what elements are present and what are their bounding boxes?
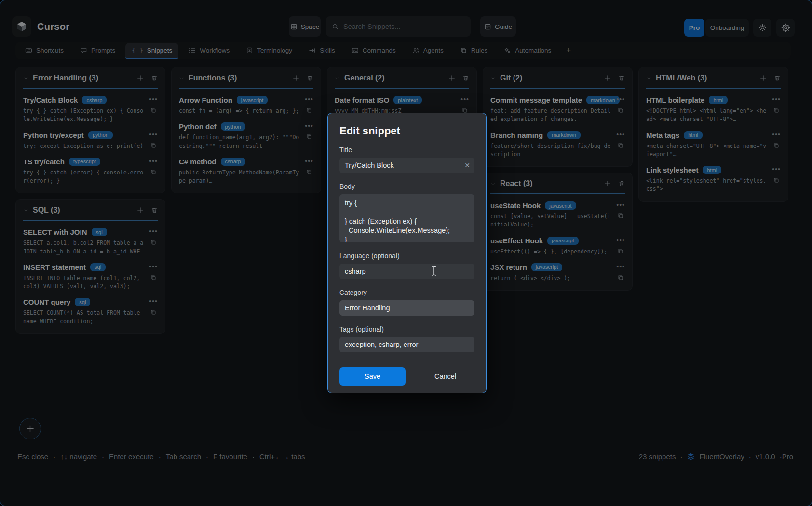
body-field-label: Body <box>339 183 474 190</box>
tags-field-label: Tags (optional) <box>339 325 474 333</box>
language-field <box>339 264 474 279</box>
modal-buttons: Save Cancel <box>339 367 474 386</box>
save-button[interactable]: Save <box>339 367 406 386</box>
tags-input[interactable] <box>339 337 474 352</box>
clear-title-icon[interactable]: ✕ <box>464 161 470 169</box>
category-field <box>339 300 474 316</box>
title-input[interactable] <box>339 158 474 173</box>
cancel-button[interactable]: Cancel <box>434 373 456 380</box>
language-input[interactable] <box>339 264 474 279</box>
text-cursor-pointer <box>431 266 437 276</box>
title-field: ✕ <box>339 158 474 173</box>
category-field-label: Category <box>339 289 474 296</box>
language-field-label: Language (optional) <box>339 252 474 260</box>
title-field-label: Title <box>339 146 474 154</box>
app-window: Cursor Space Guide Pro Onboarding Shortc… <box>0 0 812 506</box>
tags-field <box>339 337 474 352</box>
edit-snippet-modal: Edit snippet Title ✕ Body try { } catch … <box>327 113 487 393</box>
category-input[interactable] <box>339 300 474 316</box>
body-textarea[interactable]: try { } catch (Exception ex) { Console.W… <box>339 194 474 242</box>
modal-title: Edit snippet <box>339 125 474 137</box>
